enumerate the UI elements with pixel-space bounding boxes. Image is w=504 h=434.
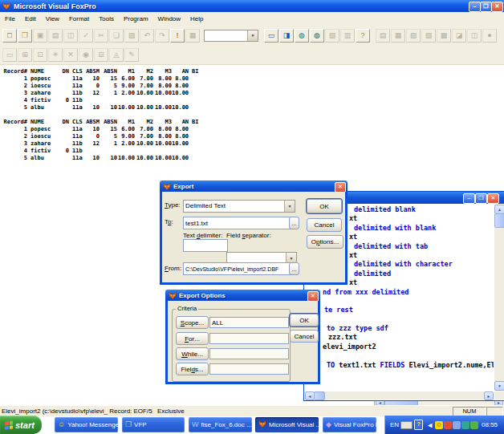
to-browse-button[interactable]: ... <box>289 217 299 229</box>
options-button[interactable]: Options... <box>307 235 343 249</box>
column-header: CLS <box>69 118 83 125</box>
scroll-thumb[interactable] <box>494 213 504 228</box>
dropdown-arrow-icon[interactable]: ▼ <box>247 30 258 41</box>
code-line: delimited with character <box>354 260 494 269</box>
minimize-button[interactable]: – <box>469 2 481 12</box>
table-cell <box>189 75 198 82</box>
table-cell: 1 <box>2 75 27 82</box>
open-folder-button[interactable]: ❐ <box>18 29 32 43</box>
code-line: zzz.txt <box>328 333 494 342</box>
menu-tools[interactable]: Tools <box>94 14 119 24</box>
tray-shield-icon[interactable] <box>470 421 478 429</box>
ok-button[interactable]: OK <box>307 199 342 213</box>
table-cell: 10.00 <box>172 140 189 147</box>
cancel-button[interactable]: Cancel <box>290 330 319 343</box>
new-button[interactable]: □ <box>2 29 17 43</box>
from-label: From: <box>165 265 181 272</box>
taskbar-item-microsoft-visual-foxpro[interactable]: Microsoft Visual ... <box>255 417 319 432</box>
fields-button[interactable]: Fields... <box>176 363 209 375</box>
toolbar-combobox[interactable]: ▼ <box>204 30 258 42</box>
from-input[interactable]: C:\DevStudio\VFP\elevi_import2.DBF <box>183 262 293 275</box>
table-cell <box>83 147 100 154</box>
paste-button: ▨ <box>124 29 139 43</box>
scroll-thumb[interactable] <box>314 391 325 400</box>
toolbar2-button-4-icon: ✳ <box>52 51 59 59</box>
from-browse-button[interactable]: ... <box>289 262 299 275</box>
command-window-button[interactable]: ▭ <box>264 29 278 43</box>
show-hidden-icons-chevron[interactable]: ◄ <box>426 421 433 429</box>
status-bar: Elevi_import2 (c:\devstudio\vfp\elevi_ R… <box>0 405 504 416</box>
cancel-button[interactable]: Cancel <box>307 218 342 232</box>
tray-app-window-icon[interactable] <box>453 421 461 429</box>
data-session-button[interactable]: ◨ <box>279 29 294 43</box>
open-database-button[interactable]: ◍ <box>295 29 309 43</box>
table-cell: 2 <box>2 132 27 140</box>
table-cell <box>172 147 189 154</box>
while-button[interactable]: While... <box>176 347 209 360</box>
toolbar-extra-4-button: ▨ <box>421 29 436 43</box>
menu-view[interactable]: View <box>41 14 64 24</box>
table-wizard-button[interactable]: ◍ <box>310 29 324 43</box>
close-icon[interactable]: ✕ <box>487 193 499 204</box>
table-cell: 11a <box>69 154 83 161</box>
table-row: 1popesc11a10156.007.008.008.00 <box>2 125 199 132</box>
scroll-right-icon[interactable]: ► <box>484 391 494 400</box>
menu-format[interactable]: Format <box>64 14 94 24</box>
taskbar-item-vfp-folder[interactable]: ❐VFP <box>122 417 185 432</box>
menu-edit[interactable]: Edit <box>20 14 41 24</box>
column-header: DN <box>59 67 69 75</box>
close-icon[interactable]: ✕ <box>307 291 319 302</box>
redo-icon: ↷ <box>159 32 165 39</box>
start-button[interactable]: start <box>0 416 42 434</box>
type-combobox[interactable]: Delimited Text ▼ <box>183 200 295 213</box>
restore-button[interactable]: ❐ <box>480 2 492 12</box>
print-preview-button: ◫ <box>63 29 78 43</box>
menu-program[interactable]: Program <box>119 14 153 24</box>
close-button[interactable]: ✕ <box>491 2 503 12</box>
maximize-button[interactable]: ❐ <box>475 193 487 204</box>
run-button[interactable]: ! <box>170 29 185 43</box>
tray-app-red-icon[interactable] <box>444 421 452 429</box>
vertical-scrollbar[interactable]: ▲ ▼ <box>494 205 504 391</box>
report-designer-icon: ▥ <box>344 32 352 39</box>
close-icon[interactable]: ✕ <box>335 182 346 193</box>
taskbar-item-yahoo-messenger[interactable]: ☺Yahoo! Messenger <box>55 417 118 432</box>
taskbar-item-fise-fox-doc[interactable]: Wfise_Fox_6.doc ... <box>189 417 252 432</box>
for-button[interactable]: For... <box>176 332 209 345</box>
code-line: delimited with blank <box>354 224 494 233</box>
taskbar-item-label: Yahoo! Messenger <box>67 421 118 428</box>
menu-file[interactable]: File <box>0 14 20 24</box>
ok-button[interactable]: OK <box>290 314 319 327</box>
scope-button[interactable]: Scope... <box>176 316 209 329</box>
toolbar2-button-1-icon: ▭ <box>6 51 14 59</box>
tray-app-teal-icon[interactable] <box>461 421 469 429</box>
modify-form-button: ▦ <box>185 29 200 43</box>
dropdown-arrow-icon[interactable]: ▼ <box>284 201 295 212</box>
minimize-button[interactable]: – <box>463 193 475 204</box>
scroll-down-icon[interactable]: ▼ <box>494 381 504 391</box>
code-line: TO text1.txt FIELDS Elevi_import2.nume,E… <box>327 361 494 370</box>
taskbar-item-visual-foxpro-help[interactable]: ◆Visual FoxPro Help <box>323 417 376 432</box>
table-cell: 7.00 <box>135 75 153 82</box>
toolbar2-button-5-icon: ✕ <box>67 51 74 59</box>
help-tray-icon[interactable]: ? <box>414 420 423 430</box>
keyboard-icon[interactable] <box>400 421 413 429</box>
table-cell: 10 <box>83 125 100 132</box>
menu-window[interactable]: Window <box>153 14 185 24</box>
fields-value-field <box>209 363 289 375</box>
table-cell <box>189 132 198 140</box>
menu-help[interactable]: Help <box>185 14 208 24</box>
horizontal-scrollbar[interactable]: ◄ ► <box>305 391 494 400</box>
text-delimiter-input[interactable] <box>183 239 228 252</box>
help-button[interactable]: ? <box>356 29 370 43</box>
export-options-title-bar[interactable]: Export Options <box>165 290 320 301</box>
table-cell: 12 <box>83 140 100 147</box>
tray-smiley-icon[interactable]: ☺ <box>435 421 443 429</box>
language-indicator[interactable]: EN <box>390 421 399 428</box>
table-cell: 10.00 <box>135 89 153 96</box>
to-input[interactable]: test1.txt <box>183 217 293 229</box>
table-cell <box>100 147 117 154</box>
header-row: Record#NUMEDNCLSABSMABSNM1M2M3ANBI <box>2 118 199 125</box>
table-cell: 10.00 <box>153 154 172 161</box>
export-dialog-title-bar[interactable]: Export <box>160 180 348 192</box>
